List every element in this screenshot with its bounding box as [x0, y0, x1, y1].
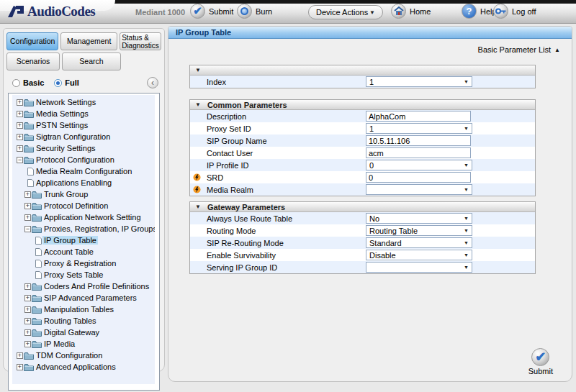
param-label: IP Profile ID	[190, 161, 366, 170]
section-header-common-parameters[interactable]: ▼Common Parameters	[190, 100, 535, 110]
folder-icon	[32, 294, 42, 302]
audiocodes-logo: AudioCodes	[7, 4, 95, 19]
collapse-box-icon[interactable]: −	[24, 226, 31, 232]
tree-item-proxy-sets-table[interactable]: Proxy Sets Table	[12, 269, 155, 281]
expand-box-icon[interactable]: +	[17, 352, 23, 359]
tree-item-routing-tables[interactable]: +Routing Tables	[12, 315, 155, 327]
tree-item-ip-media[interactable]: +IP Media	[12, 338, 155, 350]
section-header-gateway-parameters[interactable]: ▼Gateway Parameters	[190, 202, 535, 212]
radio-full[interactable]	[54, 79, 62, 87]
tree-item-media-realm-configuration[interactable]: Media Realm Configuration	[12, 165, 155, 177]
sip-group-name-input[interactable]	[366, 135, 471, 146]
expand-box-icon[interactable]: +	[17, 122, 23, 129]
expand-box-icon[interactable]: +	[17, 145, 23, 152]
burn-icon	[237, 4, 252, 19]
folder-icon	[24, 145, 34, 152]
triangle-down-icon[interactable]: ▼	[195, 204, 201, 210]
triangle-down-icon[interactable]: ▼	[195, 101, 201, 108]
expand-box-icon[interactable]: +	[24, 329, 31, 336]
expand-box-icon[interactable]: +	[24, 191, 31, 198]
srd-input[interactable]	[366, 172, 471, 183]
expand-box-icon[interactable]: +	[24, 203, 31, 209]
expand-box-icon[interactable]: +	[24, 306, 31, 313]
tab-management[interactable]: Management	[60, 32, 117, 50]
device-actions-label: Device Actions	[316, 8, 368, 17]
section-common-parameters: ▼Common ParametersDescriptionProxy Set I…	[189, 99, 536, 196]
description-input[interactable]	[366, 111, 471, 122]
top-toolbar: AudioCodes Mediant 1000 ✔ Submit Burn De…	[0, 0, 576, 24]
sidebar-collapse-button[interactable]: ‹	[147, 77, 158, 88]
ip-profile-id-select[interactable]: 0▼	[366, 160, 472, 170]
expand-box-icon[interactable]: +	[24, 214, 31, 221]
expand-box-icon[interactable]: +	[17, 99, 23, 106]
tab-configuration[interactable]: Configuration	[6, 32, 58, 50]
tree-item-label: IP Group Table	[42, 236, 98, 245]
basic-parameter-list-toggle[interactable]: Basic Parameter List ▲	[478, 45, 560, 54]
tree-item-proxy-registration[interactable]: Proxy & Registration	[12, 257, 155, 269]
tree-item-sigtran-configuration[interactable]: +Sigtran Configuration	[12, 131, 155, 142]
tree-item-label: Security Settings	[35, 144, 97, 152]
expand-box-icon[interactable]: +	[17, 364, 23, 370]
tree-item-application-network-setting[interactable]: +Application Network Setting	[12, 211, 155, 223]
tree-item-applications-enabling[interactable]: Applications Enabling	[12, 177, 155, 188]
expand-box-icon[interactable]: +	[24, 318, 31, 324]
tree-item-proxies-registration-ip-groups[interactable]: −Proxies, Registration, IP Groups	[12, 223, 155, 234]
home-button[interactable]: Home	[391, 4, 431, 19]
expand-box-icon[interactable]: +	[24, 295, 31, 301]
tree-item-pstn-settings[interactable]: +PSTN Settings	[12, 119, 155, 131]
serving-ip-group-id-select[interactable]: ▼	[366, 262, 472, 273]
expand-box-icon[interactable]: +	[24, 283, 31, 290]
tree-item-media-settings[interactable]: +Media Settings	[12, 108, 155, 119]
tree-item-label: Proxy Sets Table	[42, 270, 104, 279]
tree-item-security-settings[interactable]: +Security Settings	[12, 142, 155, 154]
folder-icon	[32, 225, 42, 233]
submit-toolbar-button[interactable]: ✔ Submit	[190, 4, 233, 19]
tree-item-network-settings[interactable]: +Network Settings	[12, 96, 155, 108]
expand-box-icon[interactable]: +	[17, 111, 23, 117]
tree-item-protocol-configuration[interactable]: −Protocol Configuration	[12, 154, 155, 165]
tree-item-digital-gateway[interactable]: +Digital Gateway	[12, 327, 155, 338]
device-actions-dropdown[interactable]: Device Actions ▼	[308, 5, 383, 19]
routing-mode-select[interactable]: Routing Table▼	[366, 225, 472, 236]
tree-item-ip-group-table[interactable]: IP Group Table	[12, 234, 155, 246]
tree-item-manipulation-tables[interactable]: +Manipulation Tables	[12, 304, 155, 315]
tab-search[interactable]: Search	[62, 53, 121, 70]
tree-item-account-table[interactable]: Account Table	[12, 246, 155, 257]
help-button[interactable]: ? Help	[462, 4, 497, 19]
enable-survivability-select[interactable]: Disable▼	[366, 250, 472, 260]
tab-scenarios[interactable]: Scenarios	[6, 53, 60, 70]
media-realm-select[interactable]: ▼	[366, 184, 472, 195]
collapse-box-icon[interactable]: −	[17, 157, 23, 163]
folder-icon	[24, 99, 34, 106]
tree-item-advanced-applications[interactable]: +Advanced Applications	[12, 361, 155, 373]
burn-button[interactable]: Burn	[237, 4, 272, 19]
expand-box-icon[interactable]: +	[17, 134, 23, 140]
page-icon	[35, 271, 42, 279]
tree-item-label: Media Realm Configuration	[35, 167, 133, 176]
select-value: Standard	[369, 239, 402, 247]
triangle-down-icon[interactable]: ▼	[195, 67, 201, 73]
expand-box-icon[interactable]: +	[24, 341, 31, 347]
sip-re-routing-mode-select[interactable]: Standard▼	[366, 237, 472, 248]
index-select[interactable]: 1▼	[366, 76, 472, 87]
proxy-set-id-select[interactable]: 1▼	[366, 123, 472, 134]
submit-check-icon: ✔	[190, 4, 205, 19]
tree-item-protocol-definition[interactable]: +Protocol Definition	[12, 200, 155, 211]
tree-item-trunk-group[interactable]: +Trunk Group	[12, 188, 155, 200]
logoff-button[interactable]: Log off	[493, 4, 536, 19]
param-label: SRD	[190, 173, 366, 182]
tree-item-label: Account Table	[42, 247, 95, 256]
tree-item-tdm-configuration[interactable]: +TDM Configuration	[12, 350, 155, 361]
tree-item-coders-and-profile-definitions[interactable]: +Coders And Profile Definitions	[12, 281, 155, 292]
folder-icon	[24, 363, 34, 371]
sidebar-tab-row-2: ScenariosSearch	[6, 53, 161, 70]
tree-item-sip-advanced-parameters[interactable]: +SIP Advanced Parameters	[12, 292, 155, 304]
param-label: Media Realm	[190, 186, 366, 194]
basic-parameter-list-label: Basic Parameter List	[478, 45, 551, 54]
section-header-index[interactable]: ▼	[190, 65, 535, 76]
tab-status-diagnostics[interactable]: Status & Diagnostics	[120, 32, 161, 50]
always-use-route-table-select[interactable]: No▼	[366, 213, 472, 224]
contact-user-input[interactable]	[366, 147, 471, 158]
radio-basic[interactable]	[12, 79, 20, 87]
submit-button[interactable]: ✔ Submit	[528, 348, 553, 375]
